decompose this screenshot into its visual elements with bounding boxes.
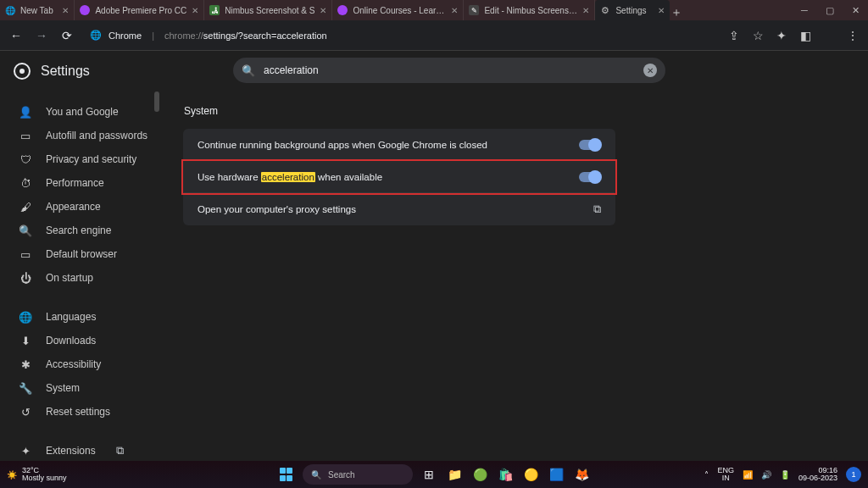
address-bar[interactable]: 🌐 Chrome | chrome://settings/?search=acc… bbox=[83, 25, 719, 46]
sidebar-item-extensions[interactable]: ✦Extensions ⧉ bbox=[0, 439, 159, 463]
window-maximize-button[interactable]: ▢ bbox=[817, 0, 843, 20]
sidebar-item-on-startup[interactable]: ⏻On startup bbox=[0, 266, 159, 290]
browser-tab[interactable]: Online Courses - Learn A ✕ bbox=[332, 0, 464, 20]
extension-icon: ✦ bbox=[19, 445, 32, 458]
extensions-icon[interactable]: ✦ bbox=[773, 29, 790, 42]
browser-icon: ▭ bbox=[19, 248, 32, 261]
sidebar-item-label: Extensions bbox=[46, 445, 96, 457]
search-icon: 🔍 bbox=[19, 225, 32, 237]
nav-reload-button[interactable]: ⟳ bbox=[58, 29, 76, 42]
settings-search[interactable]: 🔍 ✕ bbox=[233, 58, 665, 83]
tab-close-button[interactable]: ✕ bbox=[582, 6, 589, 15]
battery-icon[interactable]: 🔋 bbox=[780, 470, 790, 480]
store-icon[interactable]: 🛍️ bbox=[496, 465, 515, 484]
tab-close-button[interactable]: ✕ bbox=[320, 6, 326, 15]
browser-tab-active[interactable]: ⚙ Settings ✕ bbox=[595, 0, 670, 20]
taskbar-tray: ˄ ENG IN 📶 🔊 🔋 09:16 09-06-2023 1 bbox=[704, 467, 861, 483]
tab-title: Settings bbox=[615, 6, 653, 15]
window-close-button[interactable]: ✕ bbox=[843, 0, 868, 20]
nav-back-button[interactable]: ← bbox=[7, 29, 25, 42]
taskbar-weather[interactable]: ☀️ 32°C Mostly sunny bbox=[7, 467, 67, 483]
browser-tab-strip: 🌐 New Tab ✕ Adobe Premiere Pro CC ✕ 🏞 Ni… bbox=[0, 0, 683, 20]
sidebar-item-appearance[interactable]: 🖌Appearance bbox=[0, 195, 159, 219]
weather-condition: Mostly sunny bbox=[22, 474, 67, 482]
chrome-icon[interactable]: 🟡 bbox=[521, 465, 540, 484]
browser-tab[interactable]: ✎ Edit - Nimbus Screensho ✕ bbox=[464, 0, 595, 20]
sidebar-item-label: Privacy and security bbox=[46, 153, 136, 165]
toggle-background-apps[interactable] bbox=[579, 140, 601, 150]
notification-badge[interactable]: 1 bbox=[846, 467, 861, 482]
bookmark-icon[interactable]: ☆ bbox=[749, 29, 766, 42]
sidebar-item-accessibility[interactable]: ✱Accessibility bbox=[0, 352, 159, 376]
taskbar-search[interactable]: 🔍Search bbox=[303, 464, 413, 485]
sidebar-item-autofill[interactable]: ▭Autofill and passwords bbox=[0, 124, 159, 147]
sidebar-item-system[interactable]: 🔧System bbox=[0, 376, 159, 400]
tab-close-button[interactable]: ✕ bbox=[451, 6, 458, 15]
open-external-icon: ⧉ bbox=[116, 444, 124, 458]
open-external-icon: ⧉ bbox=[593, 202, 601, 216]
sidebar-item-downloads[interactable]: ⬇Downloads bbox=[0, 329, 159, 352]
language-indicator[interactable]: ENG IN bbox=[717, 467, 734, 483]
omnibox-host-label: Chrome bbox=[108, 30, 142, 41]
sidebar-item-label: System bbox=[46, 382, 80, 394]
share-icon[interactable]: ⇪ bbox=[726, 29, 743, 42]
clear-search-button[interactable]: ✕ bbox=[643, 64, 657, 77]
weather-icon: ☀️ bbox=[7, 470, 17, 480]
sidebar-item-reset[interactable]: ↺Reset settings bbox=[0, 400, 159, 424]
sidebar-item-privacy[interactable]: 🛡Privacy and security bbox=[0, 147, 159, 171]
sidebar-item-default-browser[interactable]: ▭Default browser bbox=[0, 242, 159, 266]
new-tab-button[interactable]: ＋ bbox=[670, 5, 682, 20]
omnibox-path: settings/?search= bbox=[203, 30, 277, 41]
sidebar-item-search-engine[interactable]: 🔍Search engine bbox=[0, 219, 159, 242]
nav-forward-button[interactable]: → bbox=[32, 29, 51, 42]
taskbar-clock[interactable]: 09:16 09-06-2023 bbox=[798, 467, 837, 483]
shield-icon: 🛡 bbox=[19, 153, 32, 166]
settings-search-input[interactable] bbox=[264, 64, 635, 76]
sidebar-item-label: Reset settings bbox=[46, 406, 110, 418]
globe-icon: 🌐 bbox=[19, 311, 32, 324]
sidebar-item-performance[interactable]: ⏱Performance bbox=[0, 171, 159, 195]
browser-menu-button[interactable]: ⋮ bbox=[844, 29, 861, 42]
taskbar-search-label: Search bbox=[328, 470, 355, 480]
tab-close-button[interactable]: ✕ bbox=[192, 6, 198, 15]
sidebar-item-label: Downloads bbox=[46, 335, 96, 347]
settings-title: Settings bbox=[41, 64, 90, 79]
window-controls: ─ ▢ ✕ bbox=[792, 0, 868, 20]
start-button[interactable] bbox=[277, 465, 296, 484]
browser-tab[interactable]: 🏞 Nimbus Screenshot & S ✕ bbox=[204, 0, 332, 20]
browser-tab[interactable]: Adobe Premiere Pro CC ✕ bbox=[75, 0, 204, 20]
tab-close-button[interactable]: ✕ bbox=[658, 6, 665, 15]
tab-close-button[interactable]: ✕ bbox=[62, 6, 69, 15]
sidebar-scrollbar[interactable] bbox=[154, 92, 159, 112]
reset-icon: ↺ bbox=[19, 406, 32, 419]
chrome-logo-icon bbox=[14, 63, 31, 80]
notification-count: 1 bbox=[851, 470, 855, 479]
sidebar-item-languages[interactable]: 🌐Languages bbox=[0, 305, 159, 329]
volume-icon[interactable]: 🔊 bbox=[761, 470, 771, 480]
browser-tab[interactable]: 🌐 New Tab ✕ bbox=[0, 0, 75, 20]
toggle-hardware-acceleration[interactable] bbox=[579, 172, 601, 182]
search-highlight: acceleration bbox=[261, 172, 315, 182]
palette-icon: 🖌 bbox=[19, 201, 32, 214]
tab-title: Adobe Premiere Pro CC bbox=[95, 6, 186, 15]
accessibility-icon: ✱ bbox=[19, 358, 32, 371]
tab-title: Nimbus Screenshot & S bbox=[225, 6, 314, 15]
site-info-icon[interactable]: 🌐 bbox=[90, 30, 102, 41]
outlook-icon[interactable]: 🟦 bbox=[547, 465, 565, 484]
window-minimize-button[interactable]: ─ bbox=[792, 0, 817, 20]
globe-icon: 🌐 bbox=[5, 5, 15, 15]
windows-taskbar: ☀️ 32°C Mostly sunny 🔍Search ⊞ 📁 🟢 🛍️ 🟡 … bbox=[0, 461, 868, 488]
sidebar-item-you-and-google[interactable]: 👤You and Google bbox=[0, 100, 159, 124]
speedometer-icon: ⏱ bbox=[19, 177, 32, 190]
sidepanel-icon[interactable]: ◧ bbox=[797, 29, 814, 42]
setting-row-proxy[interactable]: Open your computer's proxy settings ⧉ bbox=[183, 193, 615, 225]
wifi-icon[interactable]: 📶 bbox=[743, 470, 753, 480]
sidebar-item-label: On startup bbox=[46, 272, 93, 284]
setting-label: Continue running background apps when Go… bbox=[198, 140, 487, 150]
tray-overflow-icon[interactable]: ˄ bbox=[704, 470, 709, 480]
omnibox-separator: | bbox=[152, 30, 154, 41]
firefox-icon[interactable]: 🦊 bbox=[572, 465, 591, 484]
taskview-icon[interactable]: ⊞ bbox=[420, 465, 438, 484]
explorer-icon[interactable]: 📁 bbox=[445, 465, 464, 484]
edge-icon[interactable]: 🟢 bbox=[470, 465, 489, 484]
